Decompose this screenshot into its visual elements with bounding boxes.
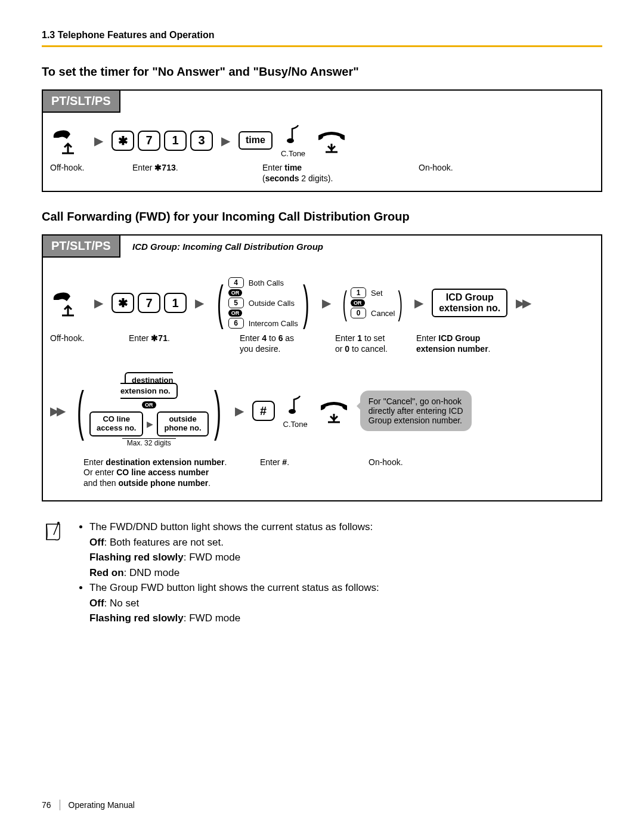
key-7: 7 <box>138 131 160 151</box>
svg-point-1 <box>289 409 296 414</box>
note-line: The FWD/DND button light shows the curre… <box>89 521 373 532</box>
caption-entertime: Enter time(seconds 2 digits). <box>262 163 333 183</box>
caption-onhook: On-hook. <box>369 457 403 468</box>
device-tab: PT/SLT/PS <box>42 234 120 258</box>
key-star: ✱ <box>112 131 134 151</box>
device-tab: PT/SLT/PS <box>42 89 120 113</box>
heading-timer: To set the timer for "No Answer" and "Bu… <box>42 65 602 79</box>
key-hash: # <box>252 401 275 421</box>
or-pill: OR <box>142 401 156 408</box>
icd-note: ICD Group: Incoming Call Distribution Gr… <box>132 241 323 252</box>
caption-enter10: Enter 1 to setor 0 to cancel. <box>335 333 401 354</box>
brace-icon: ( <box>217 284 224 322</box>
co-line-key: CO lineaccess no. <box>89 411 144 436</box>
key-star: ✱ <box>112 293 134 313</box>
cancel-note-bubble: For "Cancel", go on-hook directly after … <box>360 391 472 431</box>
max-digits-label: Max. 32 digits <box>122 438 176 447</box>
key-sequence-713: ✱ 7 1 3 <box>112 131 213 151</box>
page-footer: 76 Operating Manual <box>42 800 135 810</box>
header-rule <box>42 45 602 47</box>
caption-enter71: Enter ✱71. <box>129 333 203 344</box>
arrow-icon: ▶ <box>414 296 423 310</box>
brace-icon: ) <box>303 284 309 322</box>
caption-enter713: Enter ✱713. <box>132 163 178 172</box>
arrow-icon: ▶ <box>195 296 204 310</box>
outside-phone-key: outsidephone no. <box>157 411 208 436</box>
dest-ext-key: destinationextension no. <box>120 372 178 399</box>
caption-entericd: Enter ICD Groupextension number. <box>416 333 506 354</box>
procedure-timer: PT/SLT/PS ▶ ✱ 7 1 3 ▶ time C.Tone <box>42 89 602 192</box>
arrow-icon: ▶ <box>322 296 331 310</box>
ctone-icon <box>283 394 307 417</box>
offhook-icon <box>50 289 86 317</box>
brace-icon: ) <box>398 290 402 317</box>
time-key: time <box>239 131 273 149</box>
options-10: 1Set OR 0Cancel <box>351 287 395 318</box>
key-3: 3 <box>190 131 213 151</box>
page-number: 76 <box>42 800 51 810</box>
note-line: The Group FWD button light shows the cur… <box>89 582 379 593</box>
section-header: 1.3 Telephone Features and Operation <box>42 30 602 41</box>
caption-offhook: Off-hook. <box>50 333 91 344</box>
brace-icon: ( <box>77 389 84 432</box>
caption-enter46: Enter 4 to 6 asyou desire. <box>240 333 320 354</box>
key-1: 1 <box>164 293 187 313</box>
key-1: 1 <box>164 131 187 151</box>
onhook-icon <box>314 127 349 154</box>
arrow-icon: ▶ <box>235 404 244 418</box>
caption-enterhash: Enter #. <box>260 457 308 468</box>
procedure-fwd: PT/SLT/PS ICD Group: Incoming Call Distr… <box>42 234 602 501</box>
caption-offhook: Off-hook. <box>50 163 93 174</box>
arrow-double-icon: ▶▶ <box>516 296 529 310</box>
offhook-icon <box>50 127 86 154</box>
caption-dest: Enter destination extension number. Or e… <box>83 457 244 489</box>
arrow-icon: ▶ <box>147 419 153 429</box>
options-456: 4Both Calls OR 5Outside Calls OR 6Interc… <box>228 277 298 329</box>
icd-group-key: ICD Groupextension no. <box>432 289 507 318</box>
caption-onhook: On-hook. <box>419 163 453 174</box>
arrow-double-icon: ▶▶ <box>50 404 63 418</box>
arrow-icon: ▶ <box>94 296 103 310</box>
note-icon <box>42 519 66 543</box>
heading-fwd: Call Forwarding (FWD) for your Incoming … <box>42 210 602 224</box>
ctone-label: C.Tone <box>283 420 308 429</box>
arrow-icon: ▶ <box>94 134 103 148</box>
key-sequence-71: ✱ 7 1 <box>112 293 187 313</box>
onhook-icon <box>316 397 352 425</box>
key-7: 7 <box>138 293 160 313</box>
arrow-icon: ▶ <box>221 134 230 148</box>
brace-icon: ) <box>214 389 221 432</box>
notes-section: The FWD/DND button light shows the curre… <box>42 519 602 626</box>
manual-title: Operating Manual <box>69 800 135 810</box>
svg-point-0 <box>287 138 294 143</box>
brace-icon: ( <box>343 290 347 317</box>
ctone-icon <box>281 123 305 147</box>
ctone-label: C.Tone <box>281 149 305 158</box>
